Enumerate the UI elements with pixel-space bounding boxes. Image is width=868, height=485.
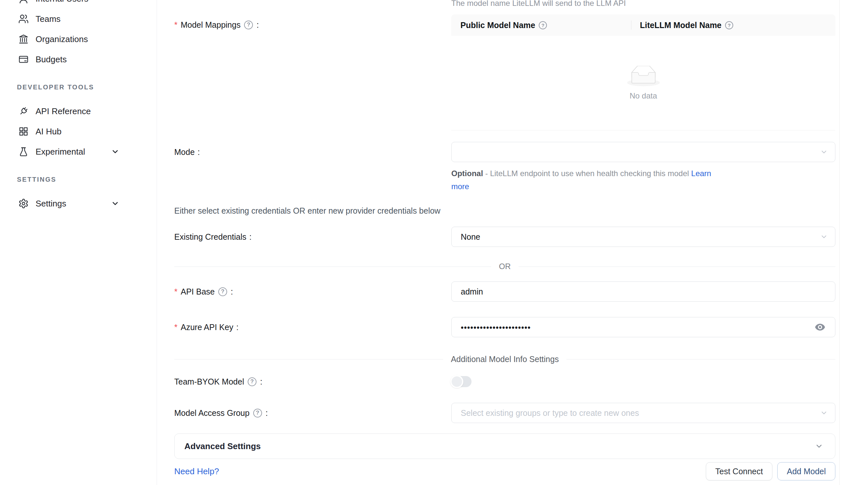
advanced-settings-title: Advanced Settings (184, 441, 261, 451)
model-access-group-label: Model Access Group ? : (174, 406, 268, 420)
model-name-help-text: The model name LiteLLM will send to the … (451, 0, 626, 8)
no-data-text: No data (629, 91, 657, 100)
mode-select[interactable] (451, 142, 835, 162)
sidebar-item-label: Organizations (36, 34, 88, 44)
eye-icon[interactable] (813, 321, 827, 334)
sidebar-item-organizations[interactable]: Organizations (18, 31, 150, 47)
sidebar-item-settings[interactable]: Settings (18, 196, 150, 212)
add-model-page: Internal Users Teams Organizations Budge… (0, 0, 868, 485)
sidebar-item-label: Internal Users (36, 0, 88, 4)
masked-password-value: •••••••••••••••••••••• (461, 323, 531, 332)
existing-credentials-label: Existing Credentials : (174, 230, 252, 244)
credit-card-icon (18, 54, 29, 65)
api-base-label: * API Base ? : (174, 284, 233, 299)
sidebar-item-label: Settings (36, 199, 66, 209)
api-base-input[interactable]: admin (451, 282, 835, 302)
help-question-icon[interactable]: ? (725, 21, 733, 29)
team-byok-toggle[interactable] (451, 376, 471, 387)
credentials-note: Either select existing credentials OR en… (174, 206, 440, 216)
additional-info-divider: Additional Model Info Settings (174, 354, 835, 365)
sidebar-item-ai-hub[interactable]: AI Hub (18, 124, 150, 139)
selected-value: None (461, 232, 480, 242)
flask-icon (18, 146, 29, 157)
table-header-row: Public Model Name ? LiteLLM Model Name ? (451, 14, 835, 36)
sidebar-section-developer-tools: DEVELOPER TOOLS (17, 82, 94, 92)
mode-extra-note: Optional - LiteLLM endpoint to use when … (451, 167, 719, 193)
sidebar-item-label: Experimental (36, 147, 85, 157)
user-icon (18, 0, 29, 4)
footer-actions: Test Connect Add Model (174, 462, 835, 480)
content-card-right-edge (839, 0, 840, 485)
help-question-icon[interactable]: ? (253, 409, 262, 418)
sidebar: Internal Users Teams Organizations Budge… (0, 0, 157, 485)
sidebar-item-internal-users[interactable]: Internal Users (18, 0, 150, 6)
azure-api-key-label: * Azure API Key : (174, 320, 239, 334)
test-connect-button[interactable]: Test Connect (706, 462, 772, 480)
or-divider: OR (174, 261, 835, 272)
sidebar-item-api-reference[interactable]: API Reference (18, 103, 150, 119)
column-header-litellm-model-name: LiteLLM Model Name ? (631, 21, 734, 30)
sidebar-item-experimental[interactable]: Experimental (18, 144, 150, 160)
model-mappings-label: * Model Mappings ? : (174, 18, 259, 32)
model-access-group-select[interactable]: Select existing groups or type to create… (451, 403, 835, 423)
chevron-down-icon (820, 233, 828, 241)
select-placeholder: Select existing groups or type to create… (461, 408, 639, 418)
grid-icon (18, 126, 29, 137)
chevron-down-icon[interactable] (111, 199, 119, 208)
empty-box-icon (627, 66, 660, 88)
main-content: The model name LiteLLM will send to the … (157, 0, 868, 485)
existing-credentials-select[interactable]: None (451, 227, 835, 247)
toggle-knob (450, 375, 463, 388)
bank-icon (18, 34, 29, 45)
chevron-down-icon (820, 148, 828, 156)
sidebar-item-label: Budgets (36, 55, 67, 65)
sidebar-item-label: API Reference (36, 106, 91, 117)
team-byok-label: Team-BYOK Model ? : (174, 375, 262, 389)
help-question-icon[interactable]: ? (539, 21, 547, 29)
mode-label: Mode : (174, 145, 200, 159)
column-header-public-model-name: Public Model Name ? (451, 21, 631, 30)
help-question-icon[interactable]: ? (248, 377, 256, 386)
chevron-down-icon (820, 409, 828, 417)
chevron-down-icon (815, 442, 823, 450)
plug-icon (18, 106, 29, 117)
table-empty-state: No data (451, 36, 835, 130)
advanced-settings-panel[interactable]: Advanced Settings (174, 433, 835, 459)
column-divider (631, 21, 631, 30)
gear-icon (18, 198, 29, 209)
required-mark: * (174, 287, 178, 296)
users-icon (18, 13, 29, 25)
sidebar-item-label: AI Hub (36, 127, 62, 137)
sidebar-section-settings: SETTINGS (17, 174, 57, 184)
help-question-icon[interactable]: ? (244, 21, 253, 29)
sidebar-item-budgets[interactable]: Budgets (18, 52, 150, 67)
model-mappings-table: Public Model Name ? LiteLLM Model Name ? (451, 14, 835, 130)
input-value: admin (461, 287, 483, 296)
required-mark: * (174, 323, 178, 332)
required-mark: * (174, 20, 178, 30)
chevron-down-icon[interactable] (111, 148, 119, 156)
sidebar-item-teams[interactable]: Teams (18, 11, 150, 27)
sidebar-item-label: Teams (36, 14, 61, 24)
azure-api-key-input[interactable]: •••••••••••••••••••••• (451, 317, 835, 337)
add-model-button[interactable]: Add Model (777, 462, 835, 480)
help-question-icon[interactable]: ? (218, 287, 227, 296)
